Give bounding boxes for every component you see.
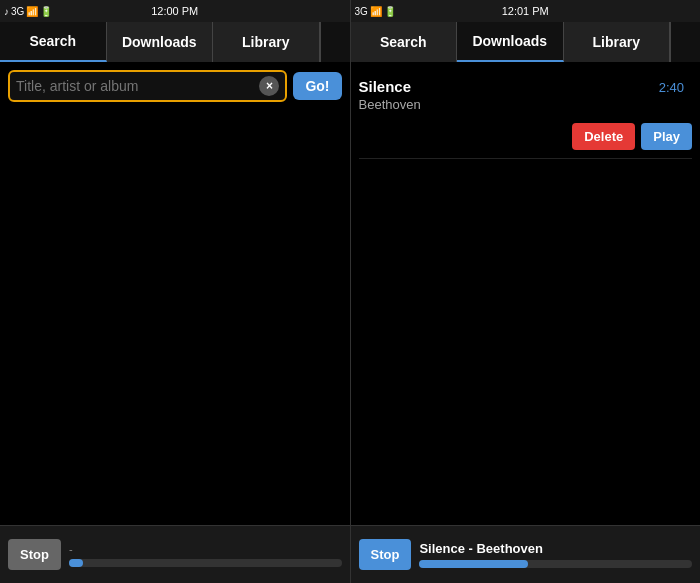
right-tab-bar: Search Downloads Library xyxy=(351,22,701,62)
now-playing-bar-fill xyxy=(419,560,528,568)
status-bar-left: ♪ 3G 📶 🔋 12:00 PM xyxy=(0,0,351,22)
music-icon: ♪ xyxy=(4,6,9,17)
time-right: 12:01 PM xyxy=(502,5,549,17)
play-button[interactable]: Play xyxy=(641,123,692,150)
now-playing-wrap: Silence - Beethoven xyxy=(419,541,692,568)
tab-library-right[interactable]: Library xyxy=(564,22,671,62)
stop-button-left[interactable]: Stop xyxy=(8,539,61,570)
3g-icon: 3G xyxy=(11,6,24,17)
status-bar-right: 3G 📶 🔋 12:01 PM xyxy=(351,0,701,22)
song-artist: Beethoven xyxy=(359,97,573,112)
downloads-content: Silence Beethoven 2:40 Delete Play xyxy=(351,62,701,525)
now-playing-title: Silence - Beethoven xyxy=(419,541,692,556)
status-icons-left: ♪ 3G 📶 🔋 xyxy=(4,6,52,17)
song-duration: 2:40 xyxy=(659,80,684,95)
go-button[interactable]: Go! xyxy=(293,72,341,100)
song-actions: Delete Play xyxy=(572,123,692,150)
bottom-bar-right: Stop Silence - Beethoven xyxy=(351,526,701,583)
right-panel: Search Downloads Library Silence Beethov… xyxy=(351,22,701,525)
progress-wrap-left: - xyxy=(69,543,342,567)
tab-overflow-left xyxy=(320,22,350,62)
tab-downloads-right[interactable]: Downloads xyxy=(457,22,564,62)
stop-button-right[interactable]: Stop xyxy=(359,539,412,570)
now-playing-bar-bg xyxy=(419,560,692,568)
status-icons-right-left: 3G 📶 🔋 xyxy=(355,6,396,17)
battery-icon-left: 🔋 xyxy=(40,6,52,17)
tab-library-left[interactable]: Library xyxy=(213,22,320,62)
search-input-wrap: × xyxy=(8,70,287,102)
bottom-bar-left: Stop - xyxy=(0,526,351,583)
clear-button[interactable]: × xyxy=(259,76,279,96)
3g-icon-right: 3G xyxy=(355,6,368,17)
battery-icon-right: 🔋 xyxy=(384,6,396,17)
progress-label-left: - xyxy=(69,543,342,555)
song-info: Silence Beethoven xyxy=(359,78,573,112)
bottom-bars: Stop - Stop Silence - Beethoven xyxy=(0,525,700,583)
signal-icon-right: 📶 xyxy=(370,6,382,17)
signal-icon-left: 📶 xyxy=(26,6,38,17)
progress-bar-bg-left xyxy=(69,559,342,567)
main-panels: Search Downloads Library × Go! xyxy=(0,22,700,525)
left-panel: Search Downloads Library × Go! xyxy=(0,22,351,525)
song-row: Silence Beethoven 2:40 Delete Play xyxy=(359,70,693,159)
left-tab-bar: Search Downloads Library xyxy=(0,22,350,62)
tab-search-right[interactable]: Search xyxy=(351,22,458,62)
tab-overflow-right xyxy=(670,22,700,62)
tab-search-left[interactable]: Search xyxy=(0,22,107,62)
tab-downloads-left[interactable]: Downloads xyxy=(107,22,214,62)
search-area: × Go! xyxy=(0,62,350,110)
song-right: 2:40 Delete Play xyxy=(572,78,692,150)
delete-button[interactable]: Delete xyxy=(572,123,635,150)
time-left: 12:00 PM xyxy=(151,5,198,17)
search-input[interactable] xyxy=(16,78,259,94)
song-title: Silence xyxy=(359,78,573,95)
progress-bar-fill-left xyxy=(69,559,83,567)
status-bars: ♪ 3G 📶 🔋 12:00 PM 3G 📶 🔋 12:01 PM xyxy=(0,0,700,22)
